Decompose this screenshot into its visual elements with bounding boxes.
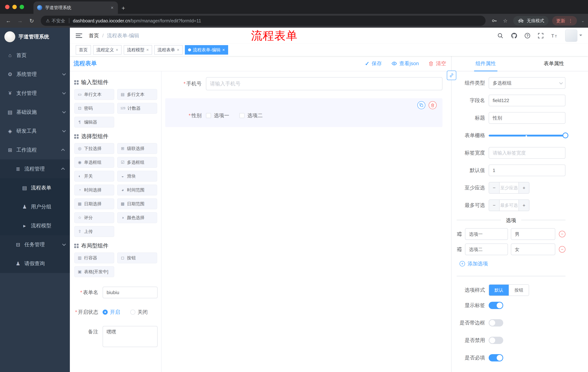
font-size-icon[interactable]: TT [551,32,558,39]
browser-tab[interactable]: 芋道管理系统 × [33,1,118,14]
back-button[interactable]: ← [4,18,13,24]
phone-input[interactable] [206,77,442,90]
increment-button[interactable]: + [518,200,529,211]
status-off-radio[interactable] [130,309,135,315]
decrement-button[interactable]: − [489,182,500,193]
sidebar-item-payment[interactable]: ¥ 支付管理 [0,84,70,103]
style-default-button[interactable]: 默认 [489,285,509,296]
sidebar-item-home[interactable]: ⌂ 首页 [0,46,70,65]
style-button-button[interactable]: 按钮 [509,285,529,296]
option-label-input[interactable] [465,228,508,240]
tag-close-icon[interactable]: × [146,47,149,53]
tag-close-icon[interactable]: × [222,47,225,53]
tag-process-form-edit[interactable]: 流程表单-编辑 × [185,45,228,55]
design-canvas[interactable]: *手机号 [162,71,451,372]
reload-button[interactable]: ↻ [27,18,36,24]
default-value-input[interactable] [489,165,566,176]
increment-button[interactable]: + [518,182,529,193]
sidebar-item-process-manage[interactable]: ≣ 流程管理 [0,159,70,178]
required-switch[interactable] [489,354,503,361]
gender-option-1[interactable]: 选项一 [206,112,229,119]
remove-option-button[interactable]: − [559,231,566,237]
bookmark-star-icon[interactable]: ☆ [501,18,510,24]
field-name-input[interactable] [489,95,566,106]
tab-component-props[interactable]: 组件属性 [452,56,520,71]
gender-option-2[interactable]: 选项二 [239,112,263,119]
component-type-value[interactable] [489,77,566,89]
max-select-input[interactable] [500,200,518,211]
github-icon[interactable] [511,32,517,39]
disabled-switch[interactable] [489,337,503,344]
sidebar-item-user-group[interactable]: ♟ 用户分组 [0,197,70,216]
palette-item-select[interactable]: ◎下拉选择 [74,143,114,154]
tag-process-definition[interactable]: 流程定义 × [93,45,122,55]
palette-item-upload[interactable]: ⇧上传 [74,226,114,237]
canvas-field-gender-selected[interactable]: *性别 选项一 选项二 [165,98,442,127]
palette-item-radio-group[interactable]: ◉单选框组 [74,157,114,168]
drag-handle-icon[interactable] [457,231,462,237]
palette-item-cascader[interactable]: ⊞级联选择 [117,143,157,154]
close-window-button[interactable] [5,5,10,9]
view-json-button[interactable]: 查看json [391,60,419,67]
drag-handle-icon[interactable] [457,247,462,252]
palette-item-row-container[interactable]: ▥行容器 [74,252,114,263]
component-type-select[interactable] [489,77,566,89]
sidebar-item-leave-query[interactable]: ♟ 请假查询 [0,254,70,273]
help-icon[interactable]: ? [525,33,530,38]
minimize-window-button[interactable] [12,5,17,9]
search-icon[interactable] [497,32,504,39]
tag-close-icon[interactable]: × [177,47,179,53]
decrement-button[interactable]: − [489,200,500,211]
address-bar[interactable]: ⚠ 不安全 dashboard.yudao.iocoder.cn /bpm/ma… [41,16,486,26]
palette-item-checkbox-group[interactable]: ☑多选框组 [117,157,157,168]
forward-button[interactable]: → [15,18,25,24]
toolbar-chevron-down-icon[interactable]: ⌄ [581,19,584,23]
palette-item-counter[interactable]: 123计数器 [117,103,157,114]
save-button[interactable]: ✓ 保存 [365,60,382,67]
fullscreen-icon[interactable] [537,32,544,39]
palette-item-switch[interactable]: ◐开关 [74,171,114,182]
palette-item-rate[interactable]: ☆评分 [74,212,114,223]
palette-item-time-range[interactable]: ◕时间范围 [117,185,157,195]
canvas-field-phone[interactable]: *手机号 [165,77,442,90]
palette-item-button[interactable]: ◻按钮 [117,252,157,263]
checkbox-icon[interactable] [239,113,244,118]
status-on-radio[interactable] [103,309,108,315]
add-option-button[interactable]: + 添加选项 [460,260,566,267]
delete-component-button[interactable] [429,101,437,109]
palette-item-table[interactable]: ▣表格[开发中] [74,266,114,277]
link-button[interactable] [447,71,456,80]
form-name-input[interactable] [103,287,158,298]
title-input[interactable] [489,112,566,124]
new-tab-button[interactable]: + [122,5,125,12]
maximize-window-button[interactable] [20,5,24,9]
palette-item-multi-line-text[interactable]: ▤多行文本 [117,89,157,100]
palette-item-date-range[interactable]: ▩日期范围 [117,198,157,209]
option-value-input[interactable] [511,244,555,255]
palette-item-editor[interactable]: ¶编辑器 [74,117,114,128]
sidebar-item-process-model[interactable]: ▸ 流程模型 [0,216,70,235]
status-on-label[interactable]: 开启 [110,306,120,318]
slider-handle[interactable] [563,132,568,138]
palette-item-password[interactable]: ⊡密码 [74,103,114,114]
option-value-input[interactable] [511,228,555,240]
sidebar-item-task-manage[interactable]: ⊟ 任务管理 [0,235,70,254]
sidebar-item-process-form[interactable]: ▤ 流程表单 [0,178,70,197]
sidebar-logo[interactable]: 芋道管理系统 [0,28,70,46]
sidebar-item-infrastructure[interactable]: ▤ 基础设施 [0,103,70,122]
form-grid-slider[interactable] [489,130,566,141]
browser-update-button[interactable]: 更新 ⋮ [552,16,577,25]
label-width-input[interactable] [489,147,566,159]
remove-option-button[interactable]: − [559,246,566,253]
password-key-icon[interactable] [490,18,499,24]
user-menu[interactable] [565,30,582,42]
tab-form-props[interactable]: 表单属性 [520,56,588,71]
checkbox-icon[interactable] [206,113,211,118]
tab-close-icon[interactable]: × [110,5,114,11]
tag-home[interactable]: 首页 [76,45,91,55]
sidebar-item-devtools[interactable]: ◈ 研发工具 [0,122,70,140]
palette-item-time-picker[interactable]: ◔时间选择 [74,185,114,195]
sidebar-item-system[interactable]: ⚙ 系统管理 [0,65,70,84]
option-label-input[interactable] [465,244,508,255]
browser-menu-icon[interactable]: ⋮ [568,18,573,24]
